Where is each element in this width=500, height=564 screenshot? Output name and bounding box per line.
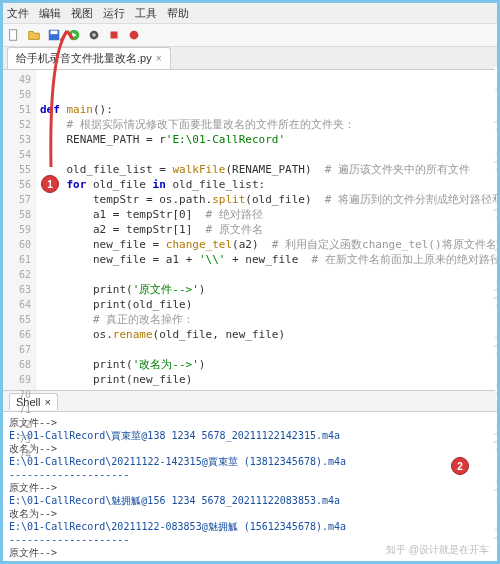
menu-tools[interactable]: 工具 (135, 6, 157, 21)
svg-rect-6 (111, 32, 118, 39)
svg-point-5 (92, 33, 96, 37)
menu-bar: 文件 编辑 视图 运行 工具 帮助 (3, 3, 497, 24)
svg-point-7 (130, 31, 139, 40)
annotation-badge-2: 2 (451, 457, 469, 475)
app-window: 文件 编辑 视图 运行 工具 帮助 给手机录音文件批量改名.py × 49 50… (0, 0, 500, 564)
svg-rect-0 (10, 30, 17, 41)
debug-icon[interactable] (87, 28, 101, 42)
annotation-arrow (39, 27, 79, 177)
shell-tab[interactable]: Shell × (9, 393, 58, 410)
new-file-icon[interactable] (7, 28, 21, 42)
menu-run[interactable]: 运行 (103, 6, 125, 21)
editor-tab[interactable]: 给手机录音文件批量改名.py × (7, 47, 171, 69)
menu-edit[interactable]: 编辑 (39, 6, 61, 21)
shell-panel-header: Shell × (3, 390, 497, 412)
watermark: 知乎 @设计就是在开车 (386, 543, 489, 557)
menu-view[interactable]: 视图 (71, 6, 93, 21)
record-icon[interactable] (127, 28, 141, 42)
shell-output[interactable]: 原文件--> E:\01-CallRecord\賈束莖@138 1234 567… (3, 412, 497, 564)
annotation-badge-1: 1 (41, 175, 59, 193)
close-icon[interactable]: × (44, 396, 50, 408)
line-gutter: 49 50 51 52 53 54 55 56 57 58 59 60 61 6… (3, 70, 36, 390)
close-icon[interactable]: × (156, 53, 162, 64)
stop-icon[interactable] (107, 28, 121, 42)
tab-title: 给手机录音文件批量改名.py (16, 51, 152, 66)
menu-file[interactable]: 文件 (7, 6, 29, 21)
menu-help[interactable]: 帮助 (167, 6, 189, 21)
code-area[interactable]: def main(): # 根据实际情况修改下面要批量改名的文件所在的文件夹： … (36, 70, 497, 390)
